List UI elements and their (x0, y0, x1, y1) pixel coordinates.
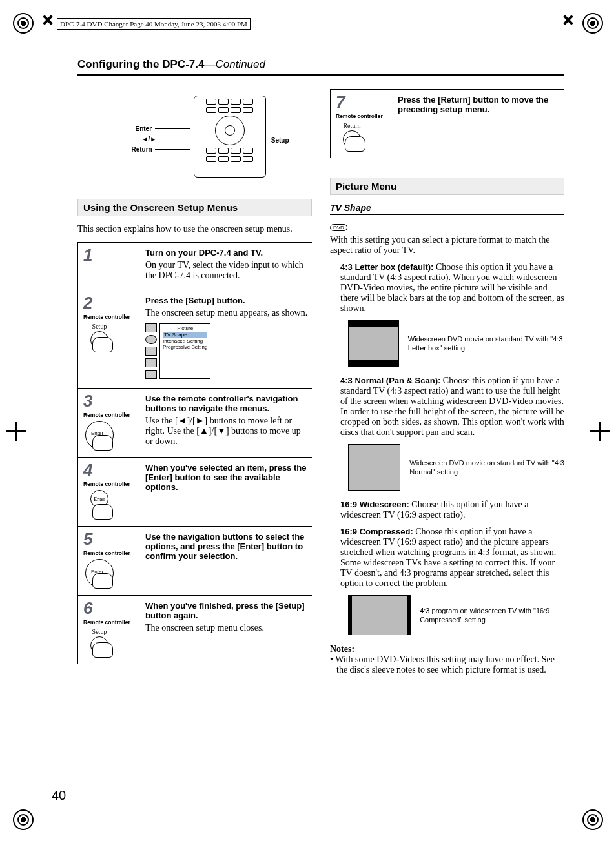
option-compressed: 16:9 Compressed: Choose this option if y… (340, 527, 564, 589)
remote-controller-label: Remote controller (336, 113, 391, 119)
right-column: 7 Remote controller Return Press the [Re… (330, 89, 564, 675)
remote-controller-label: Remote controller (83, 314, 139, 320)
remote-label-return: Return (132, 146, 152, 153)
option-normal: 4:3 Normal (Pan & Scan): Choose this opt… (340, 376, 564, 438)
step-number: 1 (83, 247, 139, 263)
remote-controller-label: Remote controller (83, 550, 139, 556)
option-widescreen: 16:9 Widescreen: Choose this option if y… (340, 500, 564, 520)
remote-controller-label: Remote controller (83, 481, 139, 487)
subsubheading-tv-shape: TV Shape (330, 203, 564, 215)
step-text: On your TV, select the video input to wh… (145, 260, 303, 280)
remote-label-setup: Setup (271, 137, 289, 144)
remote-label-enter: Enter (136, 125, 152, 132)
tv-icon (348, 444, 400, 491)
crop-mark-icon (590, 421, 610, 441)
step-number: 3 (83, 392, 139, 409)
step-row: 4 Remote controller Enter When you've se… (78, 457, 312, 526)
setup-button-icon: Setup (83, 628, 116, 658)
step-bold: Turn on your DPC-7.4 and TV. (145, 248, 309, 258)
step-number: 5 (83, 531, 139, 547)
step-text: The onscreen setup menu closes. (145, 623, 264, 633)
figure-normal: Widescreen DVD movie on standard TV with… (348, 444, 564, 491)
section-title: Configuring the DPC-7.4—Continued (77, 58, 564, 71)
page-number: 40 (52, 788, 66, 803)
step-bold: When you've selected an item, press the … (145, 463, 309, 492)
osd-menu-figure: Picture TV Shape Interlaced Setting Prog… (145, 323, 309, 379)
step-row: 6 Remote controller Setup When you've fi… (78, 595, 312, 664)
tv-shape-intro: With this setting you can select a pictu… (330, 235, 564, 256)
step-number: 6 (83, 600, 139, 616)
step-row: 3 Remote controller Use the remote contr… (78, 388, 312, 457)
registration-mark-icon (13, 13, 34, 34)
page: DPC-7.4 DVD Changer Page 40 Monday, June… (0, 0, 616, 843)
step-bold: Use the remote controller's navigation b… (145, 394, 309, 413)
step-row: 2 Remote controller Setup Press the [Set… (78, 290, 312, 388)
step-bold: Press the [Return] button to move the pr… (398, 95, 562, 114)
section-title-main: Configuring the DPC-7.4 (77, 58, 204, 70)
step-table: 1 Turn on your DPC-7.4 and TV. On your T… (77, 242, 312, 664)
subheading-using-menus: Using the Onscreen Setup Menus (77, 199, 312, 216)
step-number: 2 (83, 294, 139, 311)
note-item: • With some DVD-Videos this setting may … (336, 655, 564, 675)
step-number: 7 (336, 94, 391, 110)
figure-caption: Widescreen DVD movie on standard TV with… (408, 334, 564, 353)
remote-controller-icon (194, 96, 266, 178)
tv-icon (348, 595, 411, 635)
step-text: Use the [◄]/[►] buttons to move left or … (145, 416, 301, 446)
registration-mark-icon (582, 13, 603, 34)
registration-mark-icon (13, 809, 34, 830)
remote-controller-label: Remote controller (83, 619, 139, 625)
registration-mark-icon (582, 809, 603, 830)
step-row: 5 Remote controller Use the navigation b… (78, 526, 312, 595)
step-bold: Press the [Setup] button. (145, 296, 309, 305)
dpad-icon (83, 559, 116, 589)
step-row: 1 Turn on your DPC-7.4 and TV. On your T… (78, 242, 312, 290)
left-column: Enter ◄/► Return Setup Usin (77, 89, 312, 675)
notes-heading: Notes: (330, 644, 564, 655)
section-title-continued: —Continued (204, 58, 265, 70)
remote-controller-label: Remote controller (83, 412, 139, 418)
intro-text: This section explains how to use the ons… (77, 224, 312, 234)
crop-mark-icon (562, 14, 574, 26)
rule-thin (77, 77, 564, 77)
crop-mark-icon (6, 421, 26, 441)
crop-mark-icon (42, 14, 54, 26)
remote-figure: Enter ◄/► Return Setup (77, 96, 312, 179)
tv-icon (348, 320, 399, 367)
figure-compressed: 4:3 program on widescreen TV with "16:9 … (348, 595, 564, 635)
figure-caption: 4:3 program on widescreen TV with "16:9 … (420, 606, 564, 625)
step-bold: Use the navigation buttons to select the… (145, 532, 309, 561)
figure-letterbox: Widescreen DVD movie on standard TV with… (348, 320, 564, 367)
enter-button-icon: Enter (83, 490, 116, 520)
dvd-badge-icon: DVD (330, 224, 347, 231)
rule-thick (77, 74, 564, 76)
step-row: 7 Remote controller Return Press the [Re… (331, 89, 564, 158)
setup-button-icon: Setup (83, 323, 116, 352)
dpad-icon (83, 421, 116, 451)
subheading-picture-menu: Picture Menu (330, 178, 564, 195)
step-bold: When you've finished, press the [Setup] … (145, 601, 309, 620)
option-letterbox: 4:3 Letter box (default): Choose this op… (340, 262, 564, 314)
step-text: The onscreen setup menu appears, as show… (145, 308, 307, 318)
return-button-icon: Return (336, 122, 368, 152)
figure-caption: Widescreen DVD movie on standard TV with… (409, 458, 564, 477)
print-header: DPC-7.4 DVD Changer Page 40 Monday, June… (57, 18, 251, 30)
step-number: 4 (83, 462, 139, 478)
